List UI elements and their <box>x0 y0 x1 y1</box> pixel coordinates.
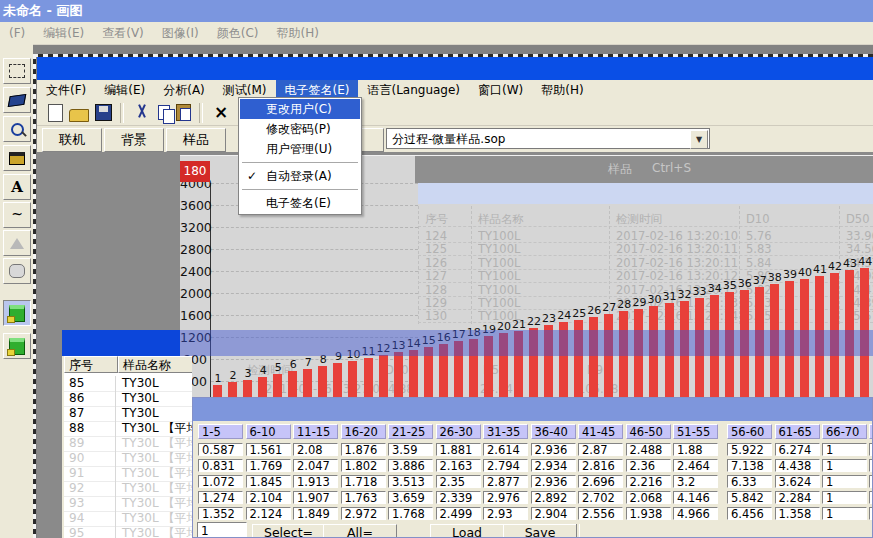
sample-row-index: 94 <box>64 511 116 526</box>
select-button[interactable]: Select= <box>252 524 325 538</box>
chart-bar <box>589 317 598 397</box>
paint-menu-item[interactable]: (F) <box>0 22 34 44</box>
grid-column-header: 6-10 <box>246 424 291 439</box>
menu-item[interactable]: 电子签名(E) <box>240 193 360 213</box>
chart-gridline <box>211 227 418 228</box>
grid-cell: 5.842 <box>727 491 772 504</box>
sop-combobox-value: 分过程-微量样品.sop <box>392 132 505 146</box>
sop-combobox[interactable]: 分过程-微量样品.sop ▼ <box>386 128 710 149</box>
mode-button[interactable]: 样品 <box>166 128 226 152</box>
ghost-table-cell: 2017-02-16 13:20:11 <box>616 256 744 270</box>
chevron-down-icon[interactable]: ▼ <box>690 130 708 149</box>
sample-row[interactable]: 93TY30L 【平均】 <box>64 496 192 512</box>
ghost-table-cell: 128 <box>425 283 473 297</box>
left-window-title-bar[interactable] <box>62 330 180 356</box>
mode-button[interactable]: 联机 <box>42 128 102 152</box>
data-grid-title-bar[interactable] <box>193 398 872 421</box>
menu-item[interactable]: 更改用户(C) <box>240 99 360 119</box>
tool-cube-3d-alt-button[interactable] <box>3 333 31 359</box>
app-menu-item[interactable]: 文件(F) <box>37 80 95 100</box>
paint-menu-item[interactable]: 帮助(H) <box>267 22 327 44</box>
sample-row[interactable]: 94TY30L 【平均】 <box>64 511 192 527</box>
cut-icon[interactable] <box>132 104 152 122</box>
tool-magnifier-button[interactable] <box>3 116 31 142</box>
sample-row[interactable]: 95TY30L 【平均】 <box>64 526 192 538</box>
grid-cell: 3.513 <box>388 475 433 488</box>
grid-cell: 1.274 <box>198 491 243 504</box>
paint-menu-item[interactable]: 颜色(C) <box>208 22 268 44</box>
sample-row-name: TY30L <box>118 406 192 421</box>
app-title-bar[interactable] <box>37 57 873 80</box>
paint-toolbox: A~ <box>0 44 33 538</box>
app-menu-item[interactable]: 编辑(E) <box>95 80 154 100</box>
grid-column-header: 56-60 <box>727 424 772 439</box>
menu-item[interactable]: ✓自动登录(A) <box>240 166 360 186</box>
grid-cell: 2.556 <box>578 507 623 520</box>
sample-row[interactable]: 91TY30L 【平均】 <box>64 466 192 482</box>
count-input[interactable]: 1 <box>197 522 247 538</box>
chart-y-tick-label: 2800 <box>180 242 207 257</box>
sample-row[interactable]: 85TY30L <box>64 376 192 392</box>
chart-bar <box>258 377 267 397</box>
sample-row[interactable]: 87TY30L <box>64 406 192 422</box>
chart-bar <box>379 355 388 397</box>
chart-bar <box>409 350 418 397</box>
paste-icon[interactable] <box>176 104 191 121</box>
sample-row[interactable]: 90TY30L 【平均】 <box>64 451 192 467</box>
open-icon[interactable] <box>69 109 89 122</box>
save-button[interactable]: Save <box>503 524 577 538</box>
brush-icon <box>9 152 25 165</box>
delete-icon[interactable]: × <box>211 104 231 122</box>
grid-cell: 1 <box>822 491 867 504</box>
sample-row-name: TY30L 【平均】 <box>118 466 192 481</box>
grid-cell: 2.93 <box>483 507 528 520</box>
grid-cell: 2.284 <box>775 491 820 504</box>
sample-row[interactable]: 89TY30L 【平均】 <box>64 436 192 452</box>
tool-text-button[interactable]: A <box>3 174 31 200</box>
grid-cell: 2.339 <box>436 491 481 504</box>
sample-row[interactable]: 86TY30L <box>64 391 192 407</box>
grid-cell: 4.438 <box>775 459 820 472</box>
tool-brush-button[interactable] <box>3 145 31 171</box>
paint-menu-item[interactable]: 图像(I) <box>153 22 208 44</box>
tool-rounded-rect-button[interactable] <box>3 258 31 284</box>
all-button[interactable]: All= <box>323 524 397 538</box>
grid-cell: 2.488 <box>626 443 671 456</box>
new-icon[interactable] <box>48 104 63 122</box>
app-menu-item[interactable]: 窗口(W) <box>469 80 532 100</box>
sample-row[interactable]: 88TY30L 【平均】 <box>64 421 192 437</box>
grid-column-header: 21-25 <box>388 424 433 439</box>
sample-row[interactable]: 92TY30L 【平均】 <box>64 481 192 497</box>
ghost-table-cell: TY100L <box>478 256 588 270</box>
app-menu-item[interactable]: 帮助(H) <box>532 80 592 100</box>
column-header-sample-name: 样品名称 <box>118 356 192 373</box>
tool-cube-3d-button[interactable] <box>3 300 31 326</box>
paint-menu-item[interactable]: 编辑(E) <box>34 22 93 44</box>
grid-cell: 1.913 <box>293 475 338 488</box>
menu-item[interactable]: 用户管理(U) <box>240 139 360 159</box>
sample-row-name: TY30L 【平均】 <box>118 496 192 511</box>
tool-polygon-button[interactable] <box>3 230 31 256</box>
tool-rect-select-button[interactable] <box>3 58 31 84</box>
save-icon[interactable] <box>95 104 112 121</box>
grid-cell: 2.904 <box>531 507 576 520</box>
copy-icon[interactable] <box>158 105 170 120</box>
chart-bar <box>303 369 312 397</box>
grid-cell: 2.36 <box>626 459 671 472</box>
app-menu-item[interactable]: 分析(A) <box>154 80 214 100</box>
tool-fill-button[interactable] <box>3 87 31 113</box>
mode-button[interactable]: 背景 <box>104 128 164 152</box>
grid-cell: 0.831 <box>198 459 243 472</box>
ghost-table-cell: 33.96 <box>846 229 873 243</box>
sample-row-name: TY30L 【平均】 <box>118 436 192 451</box>
tool-curve-button[interactable]: ~ <box>3 202 31 228</box>
menu-item[interactable]: 修改密码(P) <box>240 119 360 139</box>
load-button[interactable]: Load <box>430 524 504 538</box>
grid-cell: 3.624 <box>775 475 820 488</box>
grid-cell: 2.972 <box>341 507 386 520</box>
grid-column-header: 11-15 <box>293 424 338 439</box>
curve-icon: ~ <box>10 209 24 221</box>
ghost-table-cell: 130 <box>425 309 473 323</box>
app-menu-item[interactable]: 语言(Language) <box>358 80 469 100</box>
paint-menu-item[interactable]: 查看(V) <box>93 22 153 44</box>
